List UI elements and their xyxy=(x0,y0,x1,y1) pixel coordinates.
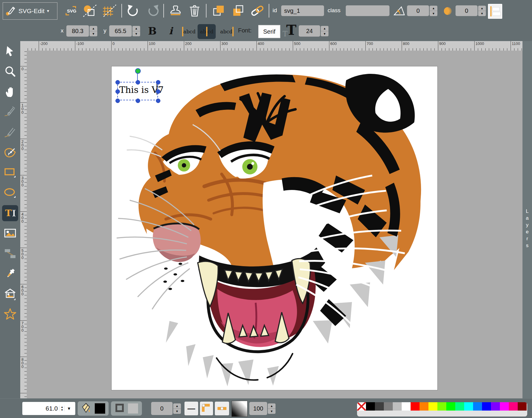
element-id-input[interactable]: svg_1 xyxy=(281,5,324,16)
selection-handle-sw[interactable] xyxy=(115,99,120,103)
stroke-dash-dropdown[interactable]: — xyxy=(184,402,198,415)
stroke-color-swatch[interactable] xyxy=(128,403,138,414)
text-anchor-middle-button-selected[interactable]: ab cd xyxy=(198,24,216,39)
tool-rect[interactable] xyxy=(0,163,20,183)
tool-pan[interactable] xyxy=(0,82,20,102)
x-input[interactable]: 80.3 xyxy=(66,25,89,37)
palette-swatch[interactable] xyxy=(491,402,500,411)
palette-swatch[interactable] xyxy=(518,402,527,411)
zoom-value[interactable]: 61.0 xyxy=(24,405,60,412)
make-link-button[interactable] xyxy=(249,4,265,18)
fill-color-control[interactable] xyxy=(78,401,109,416)
blur-spinner[interactable]: 0 ▲▼ xyxy=(456,5,486,16)
linecap-button[interactable] xyxy=(215,402,229,415)
fill-color-swatch[interactable] xyxy=(95,403,105,414)
tool-select[interactable] xyxy=(0,41,20,61)
layers-panel-toggle[interactable]: L a y e r s xyxy=(522,41,532,398)
undo-button[interactable] xyxy=(126,4,140,18)
selection-handle-w[interactable] xyxy=(115,89,120,94)
palette-swatch[interactable] xyxy=(473,402,482,411)
tool-ellipse[interactable] xyxy=(0,183,20,203)
spin-down-icon[interactable]: ▼ xyxy=(478,11,486,16)
text-anchor-start-button[interactable]: abcd xyxy=(182,26,195,38)
svg-canvas-page[interactable] xyxy=(111,66,438,390)
zoom-spin-buttons[interactable]: ▲ ▼ xyxy=(60,405,65,411)
text-anchor-end-button[interactable]: abcd xyxy=(220,26,234,38)
spin-up-icon[interactable]: ▲ xyxy=(173,403,181,409)
spin-up-icon[interactable]: ▲ xyxy=(90,26,97,31)
palette-swatch[interactable] xyxy=(482,402,491,411)
font-size-spinner[interactable]: 24 ▲▼ xyxy=(299,25,328,37)
palette-swatch[interactable] xyxy=(375,402,384,411)
wireframe-shapes-icon[interactable] xyxy=(82,4,98,17)
spin-down-icon[interactable]: ▼ xyxy=(430,11,437,16)
italic-button[interactable]: i xyxy=(165,24,176,38)
bold-button[interactable]: B xyxy=(146,24,159,38)
spin-up-icon[interactable]: ▲ xyxy=(478,6,486,11)
palette-swatch[interactable] xyxy=(384,402,393,411)
tool-image[interactable] xyxy=(0,223,20,244)
palette-swatch[interactable] xyxy=(393,402,402,411)
tool-eyedropper[interactable] xyxy=(0,264,20,284)
palette-swatch[interactable] xyxy=(500,402,509,411)
tool-line-disabled[interactable] xyxy=(0,122,20,142)
palette-swatch-none[interactable] xyxy=(357,402,366,411)
element-class-input[interactable] xyxy=(346,5,389,16)
selection-handle-se[interactable] xyxy=(156,99,160,103)
tool-pencil-disabled[interactable] xyxy=(0,102,20,122)
palette-swatch[interactable] xyxy=(446,402,455,411)
spin-up-icon[interactable]: ▲ xyxy=(268,403,276,409)
rotate-grip[interactable] xyxy=(135,68,141,74)
align-dropdown-button[interactable] xyxy=(488,4,502,19)
spin-down-icon[interactable]: ▼ xyxy=(268,409,276,414)
angle-spinner[interactable]: 0 ▲▼ xyxy=(407,5,437,16)
font-size-spin-buttons[interactable]: ▲▼ xyxy=(321,26,328,36)
opacity-spinner[interactable]: 100 ▲▼ xyxy=(249,402,276,415)
font-family-button[interactable]: Serif xyxy=(258,25,280,38)
blur-input[interactable]: 0 xyxy=(456,5,478,16)
tool-shape-library[interactable] xyxy=(0,284,20,304)
stroke-width-spinner[interactable]: 0 ▲▼ xyxy=(151,402,181,415)
palette-swatch[interactable] xyxy=(509,402,518,411)
y-input[interactable]: 65.5 xyxy=(109,25,132,37)
tool-zoom[interactable] xyxy=(0,61,20,82)
canvas-viewport[interactable]: This is V7 xyxy=(27,51,522,398)
spin-up-icon[interactable]: ▲ xyxy=(61,405,63,408)
zoom-dropdown-icon[interactable]: ▼ xyxy=(65,406,73,411)
zoom-control[interactable]: 61.0 ▲ ▼ ▼ xyxy=(22,402,75,415)
edit-source-button[interactable]: SVG xyxy=(63,5,79,17)
selection-handle-e[interactable] xyxy=(156,89,160,94)
blur-spin-buttons[interactable]: ▲▼ xyxy=(478,6,486,16)
palette-swatch[interactable] xyxy=(411,402,420,411)
spin-down-icon[interactable]: ▼ xyxy=(321,31,328,36)
spin-down-icon[interactable]: ▼ xyxy=(61,408,63,411)
logo-menu-button[interactable]: SVG-Edit ▼ xyxy=(3,2,57,20)
opacity-spin-buttons[interactable]: ▲▼ xyxy=(268,403,276,414)
stroke-width-spin-buttons[interactable]: ▲▼ xyxy=(173,403,181,414)
palette-swatch[interactable] xyxy=(437,402,446,411)
tool-path[interactable] xyxy=(0,142,20,163)
linejoin-button[interactable] xyxy=(200,402,213,415)
stroke-color-control[interactable] xyxy=(111,401,142,416)
spin-down-icon[interactable]: ▼ xyxy=(173,409,181,414)
redo-button-disabled[interactable] xyxy=(146,4,160,18)
delete-trash-button[interactable] xyxy=(187,4,202,18)
y-spinner[interactable]: 65.5 ▲▼ xyxy=(109,25,140,37)
grid-snap-icon[interactable] xyxy=(101,4,118,17)
y-spin-buttons[interactable]: ▲▼ xyxy=(132,26,140,36)
palette-swatch[interactable] xyxy=(464,402,473,411)
angle-spin-buttons[interactable]: ▲▼ xyxy=(430,6,437,16)
opacity-gradient-swatch[interactable] xyxy=(231,401,248,417)
spin-up-icon[interactable]: ▲ xyxy=(132,26,140,31)
palette-swatch[interactable] xyxy=(402,402,411,411)
angle-input[interactable]: 0 xyxy=(407,5,429,16)
stroke-width-input[interactable]: 0 xyxy=(151,402,173,415)
selection-handle-n[interactable] xyxy=(136,80,140,85)
clone-stamp-button[interactable] xyxy=(168,4,183,18)
spin-up-icon[interactable]: ▲ xyxy=(321,26,328,31)
tool-connector-disabled[interactable] xyxy=(0,244,20,264)
x-spinner[interactable]: 80.3 ▲▼ xyxy=(66,25,97,37)
spin-up-icon[interactable]: ▲ xyxy=(430,6,437,11)
x-spin-buttons[interactable]: ▲▼ xyxy=(90,26,97,36)
palette-swatch[interactable] xyxy=(420,402,428,411)
